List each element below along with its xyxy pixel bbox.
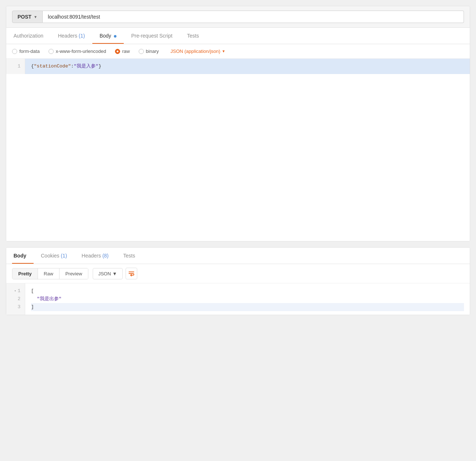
response-tabs: Body Cookies (1) Headers (8) Tests [6,248,470,264]
response-tab-cookies[interactable]: Cookies (1) [34,248,74,264]
response-tab-tests[interactable]: Tests [116,248,143,264]
collapse-arrow-1[interactable]: ▾ [14,287,16,295]
tab-body[interactable]: Body [92,28,124,44]
wrap-lines-button[interactable] [126,268,137,279]
method-selector[interactable]: POST ▼ [12,11,43,23]
raw-btn[interactable]: Raw [38,268,60,279]
format-chevron: ▼ [222,49,226,53]
option-raw[interactable]: raw [115,49,130,54]
tab-headers[interactable]: Headers (1) [51,28,92,44]
format-btn-group: Pretty Raw Preview [12,268,88,279]
headers-badge: (1) [79,33,85,39]
response-line-number-1: ▾ 1 [6,287,25,295]
line-numbers: 1 [6,59,25,74]
pretty-btn[interactable]: Pretty [12,268,38,279]
response-line-3: ] [31,303,464,311]
option-binary[interactable]: binary [139,49,159,54]
response-line-number-2: 2 [6,295,25,303]
preview-btn[interactable]: Preview [60,268,88,279]
url-bar: POST ▼ [6,6,470,28]
response-headers-badge: (8) [102,253,108,259]
radio-raw[interactable] [115,49,120,54]
response-json-dropdown[interactable]: JSON ▼ [93,268,123,279]
body-options-row: form-data x-www-form-urlencoded raw bina… [6,44,470,59]
response-json-chevron: ▼ [112,271,117,276]
response-line-1: [ [31,287,464,295]
response-line-2: "我是出参" [31,295,464,303]
method-label: POST [18,14,31,20]
cookies-badge: (1) [61,253,67,259]
code-content[interactable]: {"stationCode":"我是入参"} [25,59,470,74]
radio-form-data[interactable] [12,49,17,54]
request-code-editor: 1 {"stationCode":"我是入参"} [6,59,470,241]
json-format-selector[interactable]: JSON (application/json) ▼ [170,49,225,54]
response-panel: Body Cookies (1) Headers (8) Tests Prett… [6,247,470,315]
url-input[interactable] [43,11,464,23]
tab-tests[interactable]: Tests [180,28,206,44]
response-json-label: JSON [98,271,111,276]
body-dot [114,35,116,38]
method-chevron: ▼ [34,15,37,19]
response-tab-body[interactable]: Body [12,248,34,264]
response-code-content: [ "我是出参" ] [25,283,470,315]
line-number-1: 1 [6,62,25,70]
radio-x-www[interactable] [49,49,54,54]
response-line-numbers: ▾ 1 2 3 [6,283,25,315]
request-tabs: Authorization Headers (1) Body Pre-reque… [6,28,470,44]
option-x-www-form-urlencoded[interactable]: x-www-form-urlencoded [49,49,106,54]
response-code-editor: ▾ 1 2 3 [ "我是出参" ] [6,283,470,315]
response-options-row: Pretty Raw Preview JSON ▼ [6,264,470,283]
radio-binary[interactable] [139,49,144,54]
code-line-1: {"stationCode":"我是入参"} [31,62,464,70]
response-line-number-3: 3 [6,303,25,311]
option-form-data[interactable]: form-data [12,49,40,54]
response-tab-headers[interactable]: Headers (8) [74,248,116,264]
format-label: JSON (application/json) [170,49,220,54]
tab-pre-request[interactable]: Pre-request Script [124,28,180,44]
request-panel: POST ▼ Authorization Headers (1) Body Pr… [6,6,470,241]
tab-authorization[interactable]: Authorization [12,28,51,44]
